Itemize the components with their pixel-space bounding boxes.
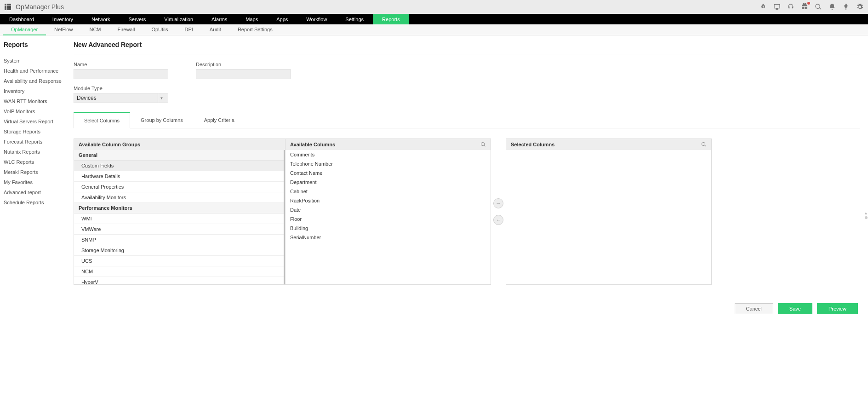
nav-workflow[interactable]: Workflow <box>297 14 336 24</box>
group-item[interactable]: WMI <box>74 213 284 224</box>
headset-icon[interactable] <box>787 3 794 11</box>
rocket-icon[interactable] <box>760 3 767 11</box>
gear-icon[interactable] <box>856 3 863 11</box>
tab-select-columns[interactable]: Select Columns <box>74 112 130 128</box>
description-label: Description <box>196 62 291 67</box>
subnav-opmanager[interactable]: OpManager <box>3 24 46 35</box>
available-column-item[interactable]: Date <box>286 205 491 214</box>
sidebar-item-voip-monitors[interactable]: VoIP Monitors <box>4 106 63 116</box>
group-header: Performance Monitors <box>74 203 284 213</box>
subnav-audit[interactable]: Audit <box>201 24 229 35</box>
nav-maps[interactable]: Maps <box>236 14 267 24</box>
tab-apply-criteria[interactable]: Apply Criteria <box>194 112 245 128</box>
search-icon[interactable] <box>815 3 822 11</box>
move-right-button[interactable]: → <box>493 198 503 208</box>
app-title: OpManager Plus <box>16 3 64 11</box>
nav-servers[interactable]: Servers <box>119 14 155 24</box>
available-column-item[interactable]: Cabinet <box>286 187 491 196</box>
chevron-down-icon: ▼ <box>158 93 165 103</box>
column-groups-panel: Available Column Groups GeneralCustom Fi… <box>74 138 285 285</box>
sidebar-item-wlc-reports[interactable]: WLC Reports <box>4 157 63 167</box>
group-item[interactable]: VMWare <box>74 224 284 235</box>
available-column-item[interactable]: Department <box>286 178 491 187</box>
sidebar-item-availability-and-response[interactable]: Availability and Response <box>4 76 63 86</box>
app-grid-icon[interactable] <box>5 4 11 10</box>
nav-reports[interactable]: Reports <box>373 14 409 24</box>
group-item[interactable]: Hardware Details <box>74 171 284 182</box>
search-icon[interactable] <box>701 142 707 147</box>
groups-header-label: Available Column Groups <box>79 142 140 147</box>
nav-settings[interactable]: Settings <box>336 14 373 24</box>
module-type-value: Devices <box>77 95 97 101</box>
main-nav: DashboardInventoryNetworkServersVirtuali… <box>0 14 868 24</box>
available-column-item[interactable]: Telephone Number <box>286 159 491 168</box>
subnav-report-settings[interactable]: Report Settings <box>229 24 281 35</box>
available-column-item[interactable]: Floor <box>286 214 491 224</box>
plug-icon[interactable] <box>842 3 850 11</box>
subnav-netflow[interactable]: NetFlow <box>46 24 81 35</box>
available-columns-panel: Available Columns CommentsTelephone Numb… <box>285 138 491 285</box>
selected-columns-panel: Selected Columns <box>506 138 712 285</box>
group-item[interactable]: Custom Fields <box>74 161 284 171</box>
sidebar-item-virtual-servers-report[interactable]: Virtual Servers Report <box>4 116 63 127</box>
save-button[interactable]: Save <box>778 303 812 314</box>
group-item[interactable]: General Properties <box>74 182 284 192</box>
sidebar-item-meraki-reports[interactable]: Meraki Reports <box>4 167 63 177</box>
sidebar: Reports SystemHealth and PerformanceAvai… <box>0 35 66 320</box>
subnav-dpi[interactable]: DPI <box>176 24 201 35</box>
nav-network[interactable]: Network <box>82 14 119 24</box>
preview-button[interactable]: Preview <box>817 303 858 314</box>
group-item[interactable]: NCM <box>74 266 284 277</box>
available-column-item[interactable]: Comments <box>286 150 491 159</box>
group-item[interactable]: Availability Monitors <box>74 192 284 203</box>
sidebar-item-health-and-performance[interactable]: Health and Performance <box>4 66 63 76</box>
sidebar-item-forecast-reports[interactable]: Forecast Reports <box>4 137 63 147</box>
gift-icon[interactable] <box>801 3 808 12</box>
selected-header-label: Selected Columns <box>511 142 554 147</box>
sidebar-item-storage-reports[interactable]: Storage Reports <box>4 127 63 137</box>
sidebar-title: Reports <box>4 41 63 48</box>
page-scroll-indicator[interactable]: ▲ <box>864 211 868 219</box>
search-icon[interactable] <box>480 142 486 147</box>
cancel-button[interactable]: Cancel <box>735 303 773 314</box>
sidebar-item-my-favorites[interactable]: My Favorites <box>4 177 63 187</box>
bell-icon[interactable] <box>828 3 836 11</box>
available-column-item[interactable]: SerialNumber <box>286 233 491 242</box>
subnav-ncm[interactable]: NCM <box>81 24 109 35</box>
available-column-item[interactable]: Contact Name <box>286 168 491 178</box>
nav-apps[interactable]: Apps <box>267 14 297 24</box>
sidebar-item-inventory[interactable]: Inventory <box>4 86 63 96</box>
group-item[interactable]: UCS <box>74 256 284 266</box>
available-column-item[interactable]: RackPosition <box>286 196 491 205</box>
group-header: General <box>74 150 284 161</box>
group-item[interactable]: Storage Monitoring <box>74 245 284 256</box>
module-type-label: Module Type <box>74 86 168 91</box>
sub-nav: OpManagerNetFlowNCMFirewallOpUtilsDPIAud… <box>0 24 868 35</box>
sidebar-item-schedule-reports[interactable]: Schedule Reports <box>4 197 63 208</box>
sidebar-item-wan-rtt-monitors[interactable]: WAN RTT Monitors <box>4 96 63 106</box>
available-header-label: Available Columns <box>290 142 335 147</box>
nav-virtualization[interactable]: Virtualization <box>155 14 202 24</box>
sidebar-item-system[interactable]: System <box>4 56 63 66</box>
name-input[interactable] <box>74 69 168 79</box>
group-item[interactable]: HyperV <box>74 277 284 284</box>
name-label: Name <box>74 62 168 67</box>
nav-inventory[interactable]: Inventory <box>43 14 82 24</box>
monitor-icon[interactable] <box>773 3 781 11</box>
page-title: New Advanced Report <box>74 41 860 54</box>
subnav-firewall[interactable]: Firewall <box>109 24 143 35</box>
notification-dot <box>807 2 810 5</box>
sidebar-item-nutanix-reports[interactable]: Nutanix Reports <box>4 147 63 157</box>
move-left-button[interactable]: ← <box>493 215 503 225</box>
nav-dashboard[interactable]: Dashboard <box>0 14 43 24</box>
group-item[interactable]: SNMP <box>74 235 284 245</box>
description-input[interactable] <box>196 69 291 79</box>
subnav-oputils[interactable]: OpUtils <box>143 24 176 35</box>
tab-group-by-columns[interactable]: Group by Columns <box>130 112 194 128</box>
nav-alarms[interactable]: Alarms <box>202 14 236 24</box>
module-type-select[interactable]: Devices ▼ <box>74 93 168 103</box>
sidebar-item-advanced-report[interactable]: Advanced report <box>4 187 63 197</box>
available-column-item[interactable]: Building <box>286 224 491 233</box>
